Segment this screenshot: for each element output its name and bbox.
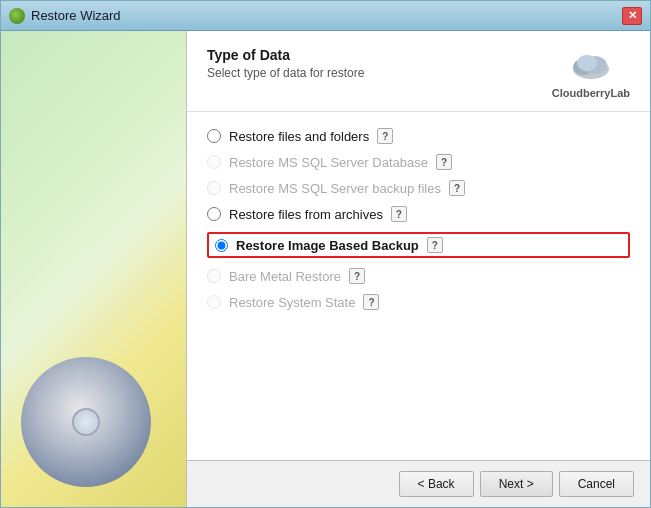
- option-label-2: Restore MS SQL Server Database: [229, 155, 428, 170]
- content-header: Type of Data Select type of data for res…: [187, 31, 650, 112]
- help-icon-5[interactable]: ?: [427, 237, 443, 253]
- options-area: Restore files and folders ? Restore MS S…: [187, 112, 650, 460]
- option-row-1: Restore files and folders ?: [207, 128, 630, 144]
- help-icon-4[interactable]: ?: [391, 206, 407, 222]
- option-label-4[interactable]: Restore files from archives: [229, 207, 383, 222]
- radio-opt6: [207, 269, 221, 283]
- help-icon-2[interactable]: ?: [436, 154, 452, 170]
- svg-point-3: [577, 55, 597, 71]
- option-row-4: Restore files from archives ?: [207, 206, 630, 222]
- option-label-1[interactable]: Restore files and folders: [229, 129, 369, 144]
- option-label-7: Restore System State: [229, 295, 355, 310]
- radio-opt7: [207, 295, 221, 309]
- header-text: Type of Data Select type of data for res…: [207, 47, 364, 80]
- radio-opt4[interactable]: [207, 207, 221, 221]
- disc-outer: [21, 357, 151, 487]
- footer-area: < Back Next > Cancel: [187, 460, 650, 507]
- logo-label: CloudberryLab: [552, 87, 630, 99]
- section-title: Type of Data: [207, 47, 364, 63]
- disc-decoration: [21, 357, 151, 487]
- window-body: Type of Data Select type of data for res…: [1, 31, 650, 507]
- restore-wizard-window: Restore Wizard ✕ Type of Data Select typ…: [0, 0, 651, 508]
- cloudberry-logo-icon: [571, 47, 611, 83]
- help-icon-3[interactable]: ?: [449, 180, 465, 196]
- window-title: Restore Wizard: [31, 8, 121, 23]
- option-row-3: Restore MS SQL Server backup files ?: [207, 180, 630, 196]
- help-icon-6[interactable]: ?: [349, 268, 365, 284]
- option-row-7: Restore System State ?: [207, 294, 630, 310]
- sidebar: [1, 31, 186, 507]
- back-button[interactable]: < Back: [399, 471, 474, 497]
- option-row-6: Bare Metal Restore ?: [207, 268, 630, 284]
- radio-opt2: [207, 155, 221, 169]
- next-button[interactable]: Next >: [480, 471, 553, 497]
- content-area: Type of Data Select type of data for res…: [186, 31, 650, 507]
- option-row-2: Restore MS SQL Server Database ?: [207, 154, 630, 170]
- disc-inner: [72, 408, 100, 436]
- radio-opt1[interactable]: [207, 129, 221, 143]
- app-icon: [9, 8, 25, 24]
- cancel-button[interactable]: Cancel: [559, 471, 634, 497]
- option-label-5[interactable]: Restore Image Based Backup: [236, 238, 419, 253]
- section-subtitle: Select type of data for restore: [207, 66, 364, 80]
- radio-opt5[interactable]: [215, 239, 228, 252]
- option-label-6: Bare Metal Restore: [229, 269, 341, 284]
- option-label-3: Restore MS SQL Server backup files: [229, 181, 441, 196]
- help-icon-7[interactable]: ?: [363, 294, 379, 310]
- help-icon-1[interactable]: ?: [377, 128, 393, 144]
- radio-opt3: [207, 181, 221, 195]
- title-bar-left: Restore Wizard: [9, 8, 121, 24]
- close-button[interactable]: ✕: [622, 7, 642, 25]
- title-bar: Restore Wizard ✕: [1, 1, 650, 31]
- option-row-5-selected: Restore Image Based Backup ?: [207, 232, 630, 258]
- logo-area: CloudberryLab: [552, 47, 630, 99]
